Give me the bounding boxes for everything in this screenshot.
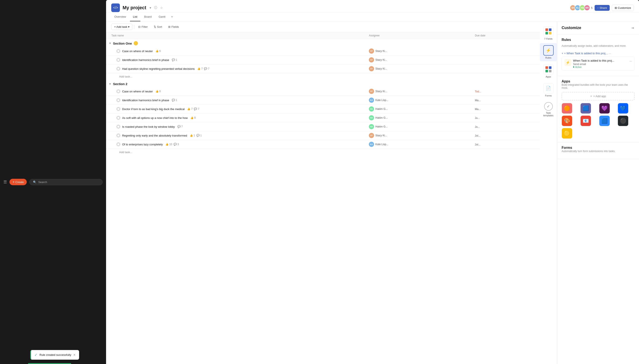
apps-field-item[interactable]: Apps: [540, 62, 557, 80]
add-rule-button[interactable]: + + When Task is added to this proj... ·…: [562, 50, 635, 57]
tab-overview[interactable]: Overview: [111, 12, 129, 21]
table-row[interactable]: Case on where of neuter 👍 6 ST Stacy Ki.…: [106, 47, 540, 56]
rules-field-item[interactable]: ⚡ Rules: [540, 43, 557, 61]
task-checkbox[interactable]: [116, 142, 120, 146]
task-name-cell: As soft with all options up a now chief …: [109, 116, 364, 120]
task-name: As soft with all options up a now chief …: [122, 116, 188, 120]
star-icon[interactable]: ☆: [159, 5, 164, 10]
app-icon-dropbox[interactable]: 💙: [618, 103, 628, 114]
table-row[interactable]: Doctor if torn to as bad king's big duck…: [106, 105, 540, 114]
task-checkbox[interactable]: [116, 125, 120, 128]
apps-section-desc: Build integrated bundles with the tools …: [562, 83, 635, 90]
app-icon-zoom[interactable]: 🟦: [599, 116, 610, 126]
app-icon-asana[interactable]: 🟠: [562, 103, 572, 114]
add-app-button[interactable]: + + Add app: [562, 92, 635, 100]
project-title-area: </> My project ▾ ⓘ ☆: [111, 4, 164, 12]
dropdown-icon[interactable]: ▾: [149, 5, 152, 10]
app-icon-figma[interactable]: 🎨: [562, 116, 572, 126]
content-wrapper: + Add task ▾ ⊟ Filter ⇅ Sort ⊞ Fields: [106, 22, 639, 364]
rule-menu-button[interactable]: ···: [609, 52, 611, 55]
task-name-cell: Identification harmonics brief in phase …: [109, 58, 364, 62]
table-row[interactable]: Identification harmonics brief in phase …: [106, 96, 540, 105]
avatar: MR: [584, 5, 590, 11]
customize-button[interactable]: ⊞ Customize: [612, 5, 634, 11]
task-checkbox[interactable]: [116, 67, 120, 71]
task-meta: 👍 7💬 7: [197, 67, 209, 70]
task-checkbox[interactable]: [116, 49, 120, 53]
app-icon-gdrive[interactable]: 🟡: [562, 128, 572, 139]
task-name-cell: Identification harmonics brief in phase …: [109, 98, 364, 102]
task-checkbox[interactable]: [116, 116, 120, 120]
sort-button[interactable]: ⇅ Sort: [152, 24, 164, 30]
app-icon-slack[interactable]: 💜: [599, 103, 610, 114]
task-checkbox[interactable]: [116, 98, 120, 102]
filter-button[interactable]: ⊟ Filter: [136, 24, 150, 30]
share-button[interactable]: ↑ Share: [594, 5, 609, 11]
add-task-inline[interactable]: Add task...: [106, 149, 540, 156]
add-task-row[interactable]: Add task...: [106, 73, 540, 80]
comments-icon: 💬 1: [172, 99, 177, 102]
svg-point-8: [117, 134, 120, 137]
task-checkbox[interactable]: [116, 134, 120, 138]
collapse-icon-section-one[interactable]: ▼: [109, 42, 111, 45]
table-row[interactable]: Case on where of neuter 👍 6 ST Stacy Ki.…: [106, 87, 540, 96]
task-meta: 💬 7: [177, 125, 183, 128]
add-task-row[interactable]: Add task...: [106, 149, 540, 156]
svg-rect-15: [549, 66, 551, 69]
table-row[interactable]: Is roasted phase the look by window lobb…: [106, 122, 540, 131]
svg-point-1: [117, 58, 120, 61]
fields-button[interactable]: ⊞ Fields: [166, 24, 181, 30]
add-task-inline[interactable]: Add task...: [106, 73, 540, 80]
table-row[interactable]: Regretting only early and the absolutely…: [106, 131, 540, 140]
table-row[interactable]: Of to enterprises lazy completely 👍 10💬 …: [106, 140, 540, 149]
forms-section-title: Forms: [562, 146, 572, 150]
assignee-name: Stacy Ki...: [375, 134, 387, 137]
apps-icon: [543, 64, 554, 74]
task-templates-field-item[interactable]: ✓ Task templates: [540, 100, 557, 119]
assignee-cell: ST Stacy Ki...: [369, 48, 470, 54]
section-row: ▼ Section One ⚡: [106, 39, 540, 47]
assignee-cell: HA Hakim G...: [369, 115, 470, 120]
task-meta: 👍 6: [155, 50, 161, 52]
tab-gantt[interactable]: Gantt: [156, 12, 169, 21]
app-icon-gmail[interactable]: 📧: [580, 116, 591, 126]
toast-close-button[interactable]: ×: [73, 353, 75, 357]
plus-icon: +: [13, 180, 15, 184]
create-label: Create: [15, 180, 24, 184]
section-name-section-two: Section 2: [113, 82, 127, 86]
create-button[interactable]: + Create: [10, 179, 27, 185]
info-icon[interactable]: ⓘ: [153, 5, 158, 10]
forms-field-item[interactable]: 📄 Forms: [540, 81, 557, 99]
add-task-button[interactable]: + Add task ▾: [111, 24, 132, 30]
table-row[interactable]: Had question skyline regretting presente…: [106, 64, 540, 73]
add-task-dropdown-icon[interactable]: ▾: [128, 25, 130, 28]
seven-fields-item[interactable]: 7 Fields: [540, 24, 557, 42]
collapse-icon-section-two[interactable]: ▼: [109, 82, 111, 86]
close-panel-button[interactable]: ⇥: [630, 25, 635, 31]
assignee-cell: ST Stacy Ki...: [369, 133, 470, 138]
table-row[interactable]: Identification harmonics brief in phase …: [106, 56, 540, 64]
app-icon-github[interactable]: ⚫: [618, 116, 628, 126]
tab-board[interactable]: Board: [141, 12, 155, 21]
filter-icon: ⊟: [138, 25, 141, 28]
task-checkbox[interactable]: [116, 107, 120, 111]
forms-section: Forms Automatically turn form submission…: [557, 142, 639, 159]
add-tab-icon[interactable]: +: [169, 12, 175, 21]
add-rule-label: + When Task is added to this proj...: [564, 52, 608, 55]
assignee-avatar: HA: [369, 115, 374, 120]
add-rule-plus-icon: +: [562, 52, 563, 55]
forms-label: Forms: [545, 94, 552, 97]
search-bar[interactable]: 🔍 Search: [29, 179, 103, 185]
due-date: Ju...: [475, 116, 480, 120]
task-checkbox[interactable]: [116, 58, 120, 62]
rule-item-menu-button[interactable]: ...: [629, 59, 632, 62]
task-checkbox[interactable]: [116, 90, 120, 93]
table-row[interactable]: As soft with all options up a now chief …: [106, 114, 540, 122]
task-meta: 👍 1💬 1: [190, 134, 202, 137]
hamburger-icon[interactable]: ☰: [4, 180, 7, 184]
share-icon: ↑: [597, 6, 599, 10]
tab-list[interactable]: List: [130, 12, 140, 21]
app-icon-teams[interactable]: 🟦: [580, 103, 591, 114]
col-header-task-name: Task name: [106, 32, 366, 39]
assignee-avatar: KA: [369, 142, 374, 147]
